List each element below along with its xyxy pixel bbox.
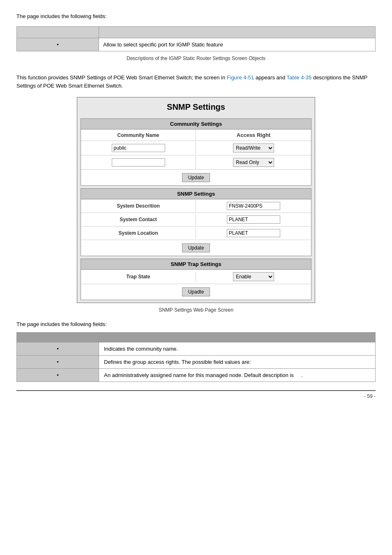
table-link[interactable]: Table 4-35 [287, 74, 312, 81]
snmp-intro-text-between: appears and [254, 74, 286, 81]
bullet-icon-1: • [57, 346, 59, 352]
bottom-table-header-col2 [99, 333, 376, 342]
trap-state-value: Enable Disable [196, 270, 311, 284]
community-input-cell-1 [81, 141, 196, 155]
bottom-bullet-2: • [17, 356, 99, 369]
snmp-caption: SNMP Settings Web Page Screen [16, 307, 376, 313]
community-settings-header: Community Settings [81, 119, 311, 130]
trap-update-button[interactable]: Upadte [182, 287, 210, 296]
community-name-input-2[interactable] [112, 158, 165, 166]
community-update-button[interactable]: Update [182, 173, 210, 182]
table-row: • Indicates the community name. [17, 342, 376, 356]
bottom-bullet-1: • [17, 342, 99, 356]
trap-state-row: Trap State Enable Disable [81, 270, 311, 284]
snmp-settings-section: SNMP Settings System Descrition System C… [81, 188, 311, 256]
community-update-row: Update [81, 170, 311, 185]
top-table-cell-empty-1 [17, 26, 99, 38]
access-right-col-header: Access Right [196, 130, 311, 141]
system-description-value [196, 199, 311, 213]
page-number: - 59 - [16, 390, 376, 399]
table-row: • Allow to select specific port for IGMP… [17, 38, 376, 51]
bottom-desc-1: Indicates the community name. [99, 342, 376, 356]
community-name-input-1[interactable] [112, 144, 165, 152]
snmp-settings-update-row: Update [81, 240, 311, 256]
snmp-settings-box: SNMP Settings Community Settings Communi… [77, 97, 315, 303]
access-right-cell-1: Read/Write Read Only [196, 141, 311, 155]
community-settings-section: Community Settings Community Name Access… [81, 118, 311, 186]
bottom-table: • Indicates the community name. • Define… [16, 332, 376, 382]
intro-text-1: The page includes the following fields: [16, 12, 376, 21]
access-right-select-1[interactable]: Read/Write Read Only [233, 143, 274, 153]
top-table-bullet-cell: • [17, 38, 99, 51]
trap-update-row: Upadte [81, 284, 311, 300]
top-table-caption: Descriptions of the IGMP Static Router S… [16, 56, 376, 61]
snmp-intro-paragraph: This function provides SNMP Settings of … [16, 74, 376, 91]
snmp-box-title: SNMP Settings [77, 97, 315, 116]
bottom-table-header-col1 [17, 333, 99, 342]
table-row: • Defines the group access rights. The p… [17, 356, 376, 369]
bottom-bullet-3: • [17, 369, 99, 382]
system-description-input[interactable] [227, 202, 280, 210]
access-right-cell-2: Read/Write Read Only [196, 155, 311, 169]
table-row [17, 26, 376, 38]
bottom-desc-2: Defines the group access rights. The pos… [99, 356, 376, 369]
system-location-value [196, 227, 311, 240]
bullet-icon-3: • [57, 372, 59, 378]
snmp-intro-text-before-link1: This function provides SNMP Settings of … [16, 74, 227, 81]
system-description-label: System Descrition [81, 201, 196, 211]
system-location-input[interactable] [227, 229, 280, 237]
bullet-icon: • [57, 42, 59, 48]
system-contact-label: System Contact [81, 214, 196, 225]
system-contact-input[interactable] [227, 215, 280, 224]
top-table-cell-empty-2 [99, 26, 376, 38]
community-name-col-header: Community Name [81, 130, 196, 141]
community-row-1: Read/Write Read Only [81, 141, 311, 155]
community-row-2: Read/Write Read Only [81, 155, 311, 170]
system-location-row: System Location [81, 227, 311, 240]
snmp-trap-header: SNMP Trap Settings [81, 259, 311, 270]
trap-state-select[interactable]: Enable Disable [233, 272, 274, 281]
intro-text-2: The page includes the following fields: [16, 321, 376, 327]
community-col-headers-row: Community Name Access Right [81, 130, 311, 141]
bullet-icon-2: • [57, 359, 59, 365]
snmp-trap-section: SNMP Trap Settings Trap State Enable Dis… [81, 259, 311, 300]
trap-state-label: Trap State [81, 271, 196, 282]
top-table: • Allow to select specific port for IGMP… [16, 26, 376, 51]
system-description-row: System Descrition [81, 199, 311, 213]
system-location-label: System Location [81, 228, 196, 238]
snmp-settings-header: SNMP Settings [81, 189, 311, 199]
system-contact-row: System Contact [81, 213, 311, 227]
system-contact-value [196, 213, 311, 226]
community-input-cell-2 [81, 156, 196, 169]
figure-link[interactable]: Figure 4-51 [227, 74, 254, 81]
top-table-desc-cell: Allow to select specific port for IGMP S… [99, 38, 376, 51]
table-row [17, 333, 376, 342]
bottom-desc-3: An administratively assigned name for th… [99, 369, 376, 382]
snmp-settings-update-button[interactable]: Update [182, 243, 210, 252]
table-row: • An administratively assigned name for … [17, 369, 376, 382]
access-right-select-2[interactable]: Read/Write Read Only [233, 158, 274, 167]
